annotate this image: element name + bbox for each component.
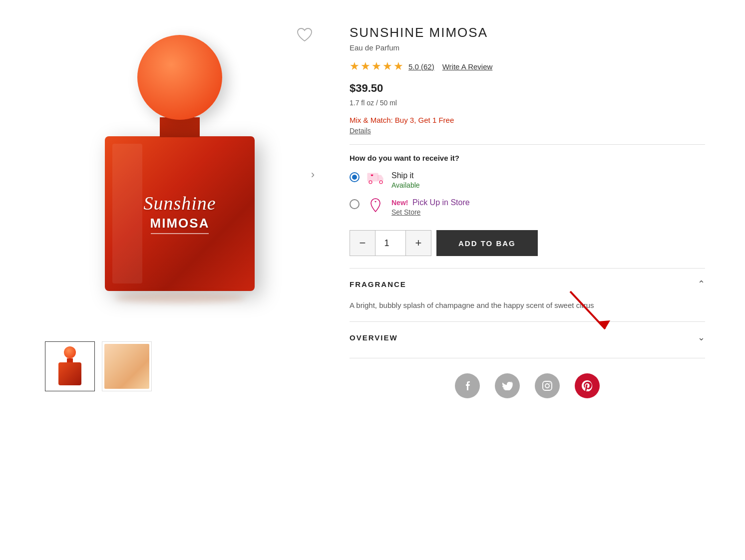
image-next-arrow[interactable]: › (306, 163, 320, 186)
svg-point-5 (550, 383, 551, 384)
pickup-radio[interactable] (350, 199, 360, 209)
star-1: ★ (350, 60, 360, 73)
star-2: ★ (361, 60, 371, 73)
product-size: 1.7 fl oz / 50 ml (350, 99, 705, 107)
wishlist-button[interactable] (295, 25, 315, 45)
overview-section: OVERVIEW ⌄ (350, 321, 705, 353)
product-details-section: SUNSHINE MIMOSA Eau de Parfum ★ ★ ★ ★ ★ … (350, 20, 705, 408)
facebook-button[interactable] (455, 373, 480, 398)
quantity-increment-button[interactable]: + (405, 230, 431, 256)
fragrance-content: A bright, bubbly splash of champagne and… (350, 299, 705, 321)
bottle-caps-text: MIMOSA (143, 216, 216, 231)
pickup-option[interactable]: New! Pick Up in Store Set Store (350, 198, 705, 216)
bottle-script-text: Sunshine (143, 193, 216, 214)
ship-info: Ship it Available (391, 171, 420, 189)
svg-point-1 (369, 181, 372, 184)
twitter-button[interactable] (495, 373, 520, 398)
ship-radio[interactable] (350, 172, 360, 182)
pickup-info: New! Pick Up in Store Set Store (391, 198, 470, 216)
star-4: ★ (382, 60, 392, 73)
pickup-name-row: New! Pick Up in Store (391, 198, 470, 207)
thumbnail-2[interactable] (102, 341, 152, 391)
fragrance-section: FRAGRANCE ⌃ A bright, bubbly splash of c… (350, 268, 705, 321)
thumbnail-row (40, 341, 320, 391)
rating-score[interactable]: 5.0 (62) (408, 62, 434, 71)
fragrance-header[interactable]: FRAGRANCE ⌃ (350, 269, 705, 299)
product-title: SUNSHINE MIMOSA (350, 25, 705, 40)
product-image-section: Sunshine MIMOSA › (40, 20, 320, 408)
fragrance-title: FRAGRANCE (350, 280, 406, 288)
star-5: ★ (393, 60, 403, 73)
svg-rect-0 (368, 173, 378, 181)
svg-point-2 (379, 181, 382, 184)
ship-status: Available (391, 181, 420, 189)
ship-option[interactable]: Ship it Available (350, 171, 705, 189)
star-rating: ★ ★ ★ ★ ★ (350, 60, 403, 73)
pickup-label: Pick Up in Store (412, 198, 470, 207)
write-review-link[interactable]: Write A Review (442, 62, 493, 71)
product-bottle-image: Sunshine MIMOSA (90, 35, 270, 314)
pickup-icon (367, 198, 384, 212)
receive-question: How do you want to receive it? (350, 154, 705, 162)
add-to-bag-row: − + ADD TO BAG (350, 230, 705, 256)
quantity-input[interactable] (375, 230, 405, 256)
rating-row: ★ ★ ★ ★ ★ 5.0 (62) Write A Review (350, 60, 705, 73)
add-to-bag-button[interactable]: ADD TO BAG (436, 230, 538, 256)
overview-title: OVERVIEW (350, 333, 398, 342)
set-store-link[interactable]: Set Store (391, 208, 470, 216)
new-badge: New! (391, 199, 408, 207)
pinterest-button[interactable] (575, 373, 600, 398)
instagram-button[interactable] (535, 373, 560, 398)
delivery-options: Ship it Available New! Pick U (350, 171, 705, 216)
main-image-wrapper: Sunshine MIMOSA › (40, 20, 320, 329)
ship-label: Ship it (391, 171, 420, 180)
overview-header[interactable]: OVERVIEW ⌄ (350, 322, 705, 353)
svg-rect-3 (543, 381, 552, 390)
thumbnail-1[interactable] (45, 341, 95, 391)
quantity-decrement-button[interactable]: − (350, 230, 375, 256)
product-price: $39.50 (350, 82, 705, 95)
svg-point-4 (545, 384, 549, 388)
overview-arrow-icon: ⌄ (698, 332, 705, 343)
divider-1 (350, 144, 705, 145)
social-row (350, 358, 705, 408)
ship-icon (367, 171, 384, 185)
product-subtitle: Eau de Parfum (350, 43, 705, 52)
promo-details-link[interactable]: Details (350, 127, 371, 135)
star-3: ★ (372, 60, 381, 73)
fragrance-arrow-icon: ⌃ (698, 279, 705, 289)
promo-text: Mix & Match: Buy 3, Get 1 Free (350, 116, 705, 124)
